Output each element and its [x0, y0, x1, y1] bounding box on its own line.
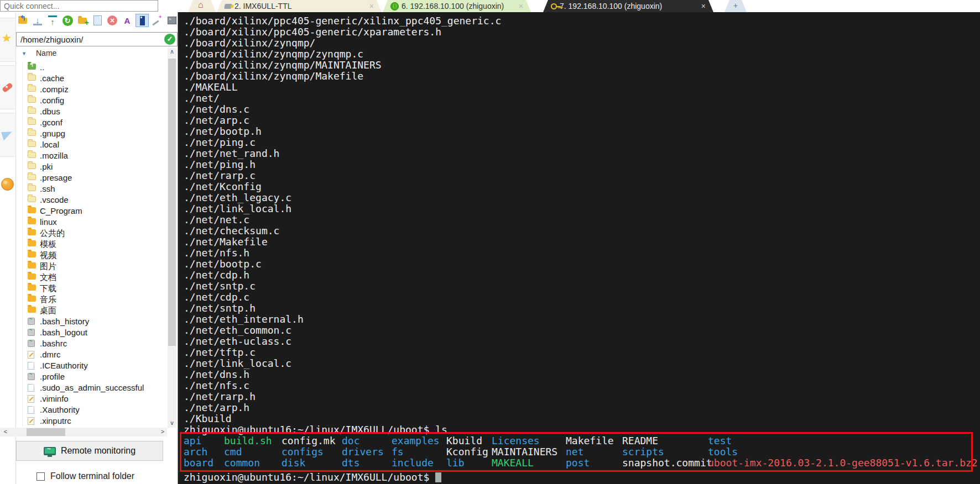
scroll-up-icon[interactable]: ∧: [168, 48, 176, 56]
refresh-button[interactable]: [61, 14, 74, 27]
file-tree-item[interactable]: 音乐: [0, 294, 167, 305]
file-tree-item-label: .mozilla: [40, 151, 68, 160]
file-tree-item[interactable]: .mozilla: [0, 150, 167, 161]
download-button[interactable]: [31, 14, 44, 27]
tab-close-icon[interactable]: ×: [369, 2, 374, 10]
horizontal-scroll-thumb[interactable]: [27, 428, 65, 436]
file-tree-item[interactable]: .vscode: [0, 194, 167, 206]
file-tree-item-label: 桌面: [40, 306, 56, 316]
file-list-header[interactable]: ▼ Name: [16, 49, 168, 59]
file-tree-item[interactable]: linux: [0, 217, 167, 228]
file-tree-item[interactable]: .gconf: [0, 117, 167, 128]
scroll-down-icon[interactable]: ∨: [168, 419, 176, 428]
file-tree-item[interactable]: ..: [0, 62, 167, 73]
terminal-line: ./net/link_local.c: [184, 358, 980, 369]
folder-pale-icon: [28, 130, 36, 136]
file-tree-item[interactable]: 公共的: [0, 228, 167, 239]
file-tree-item[interactable]: 图片: [0, 261, 167, 272]
scroll-left-icon[interactable]: <: [1, 428, 10, 436]
ls-entry: fs: [392, 446, 440, 457]
file-tree-item[interactable]: .bashrc: [0, 338, 167, 349]
folder-icon: [28, 296, 36, 302]
scroll-right-icon[interactable]: >: [158, 428, 167, 436]
file-tree-item[interactable]: .dmrc: [0, 349, 167, 360]
remote-monitoring-label: Remote monitoring: [61, 446, 135, 456]
tab-2-imx6ull-ttl[interactable]: 2. IMX6ULL-TTL×: [217, 0, 382, 12]
file-pencil-icon: [28, 351, 34, 359]
new-folder-button[interactable]: [76, 14, 89, 27]
terminal[interactable]: ./board/xilinx/ppc405-generic/xilinx_ppc…: [178, 12, 980, 484]
tab-close-icon[interactable]: ×: [701, 2, 706, 10]
file-tree-item[interactable]: .local: [0, 139, 167, 150]
file-tree-item[interactable]: .profile: [0, 371, 167, 382]
file-tree-item[interactable]: .bash_history: [0, 316, 167, 327]
file-list-vertical-scrollbar[interactable]: ∧ ∨: [168, 48, 176, 428]
file-tree-item[interactable]: .config: [0, 95, 167, 106]
file-tree-item[interactable]: .xinputrc: [0, 415, 167, 427]
terminal-line: ./net/cdp.h: [184, 270, 980, 281]
folder-icon: [28, 240, 36, 246]
vertical-scroll-thumb[interactable]: [168, 59, 176, 346]
file-tree-item[interactable]: .viminfo: [0, 393, 167, 404]
file-page-icon: [28, 384, 34, 392]
tab-label: 6. 192.168.10.100 (zhiguoxin): [402, 2, 516, 10]
file-tree-item[interactable]: .pki: [0, 161, 167, 172]
file-tree-item[interactable]: .sudo_as_admin_successful: [0, 382, 167, 393]
file-browser-toolbar: [16, 14, 179, 29]
path-go-button[interactable]: [164, 34, 175, 45]
file-tree-item[interactable]: .compiz: [0, 84, 167, 95]
ls-column: KbuildKconfiglib: [446, 435, 488, 469]
file-tree-item[interactable]: 模板: [0, 239, 167, 250]
new-tab-button[interactable]: [724, 0, 747, 12]
sessions-star[interactable]: [0, 18, 15, 62]
folder-pale-icon: [28, 86, 36, 92]
file-tree-item[interactable]: .bash_logout: [0, 327, 167, 338]
star-icon: [2, 34, 14, 46]
tab-7-192-168-10-100-zhiguoxin-[interactable]: 7. 192.168.10.100 (zhiguoxin)×: [543, 0, 713, 12]
file-tree-item[interactable]: .cache: [0, 73, 167, 84]
mini-terminal-button[interactable]: [165, 14, 179, 27]
new-file-button[interactable]: [91, 14, 104, 27]
folder-pale-icon: [28, 141, 36, 147]
file-pencil-icon: [28, 417, 34, 425]
quick-connect-input[interactable]: [0, 0, 158, 12]
wand-icon: [152, 15, 163, 26]
file-tree-item[interactable]: 下载: [0, 283, 167, 294]
go-parent-button[interactable]: [16, 14, 29, 27]
tab-close-icon[interactable]: ×: [519, 2, 523, 10]
folder-pale-icon: [28, 152, 36, 158]
remote-monitoring-button[interactable]: Remote monitoring: [16, 441, 163, 461]
pane-toggle-button[interactable]: [135, 14, 149, 27]
file-tree-item[interactable]: 文档: [0, 272, 167, 283]
folder-icon: [28, 251, 36, 257]
wand-button[interactable]: [150, 14, 164, 27]
terminal-line: ./net/rarp.h: [184, 391, 980, 402]
tab-6-192-168-10-100-zhiguoxin-[interactable]: 6. 192.168.10.100 (zhiguoxin)×: [383, 0, 531, 12]
file-tree-item[interactable]: .Xauthority: [0, 404, 167, 415]
follow-terminal-folder-label: Follow terminal folder: [50, 471, 134, 481]
file-tree-item[interactable]: .ssh: [0, 183, 167, 194]
file-tree-item[interactable]: .ICEauthority: [0, 360, 167, 371]
file-tree-item-label: .local: [40, 140, 59, 149]
file-tree-item[interactable]: .presage: [0, 172, 167, 183]
new-folder-icon: [78, 18, 87, 24]
tab-home[interactable]: [188, 0, 216, 12]
delete-button[interactable]: [106, 14, 119, 27]
ls-entry: snapshot.commit: [622, 457, 712, 469]
ls-entry: config.mk: [282, 435, 336, 446]
follow-terminal-folder-checkbox[interactable]: [37, 472, 45, 481]
upload-button[interactable]: [46, 14, 59, 27]
file-tree-item[interactable]: 桌面: [0, 305, 167, 316]
path-input[interactable]: [17, 33, 165, 46]
file-tree-item[interactable]: C_Program: [0, 206, 167, 217]
file-tree-item[interactable]: 视频: [0, 250, 167, 261]
file-tree-item[interactable]: .dbus: [0, 106, 167, 117]
file-list-horizontal-scrollbar[interactable]: < >: [0, 428, 167, 436]
file-gray-icon: [28, 318, 35, 325]
rename-button[interactable]: [121, 14, 134, 27]
file-tree-item-label: 音乐: [40, 294, 56, 305]
file-tree-item[interactable]: .gnupg: [0, 128, 167, 139]
terminal-line: ./net/dns.h: [184, 369, 980, 380]
home-icon: [197, 2, 206, 10]
terminal-line: ./net/nfs.h: [184, 248, 980, 259]
